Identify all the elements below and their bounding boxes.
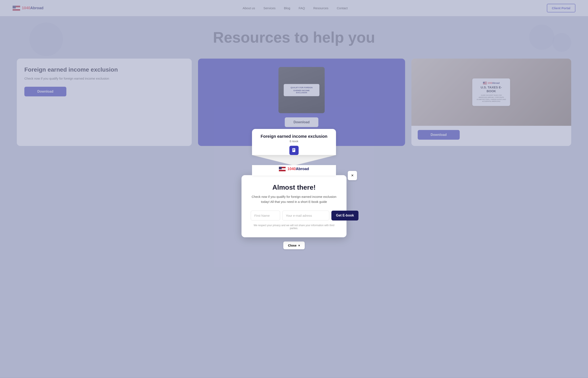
svg-rect-17 [279,170,286,171]
privacy-text: We respect your privacy and we will not … [251,224,337,230]
get-ebook-button[interactable]: Get E-book [331,211,359,220]
svg-marker-12 [252,155,336,165]
modal-form: Get E-book [251,211,337,220]
envelope-title: Foreign earned income exclusion [258,134,330,139]
envelope-logo-text: 1040Abroad [287,167,309,171]
envelope-top-card: Foreign earned income exclusion E-book [252,129,336,155]
modal-bottom-close-button[interactable]: Close × [283,242,305,249]
book-svg-icon [292,148,296,153]
envelope-logo-flag-icon [279,167,286,171]
envelope-flap-svg [252,155,336,165]
modal-subtext: Check now if you qualify for foreign ear… [251,194,337,204]
modal-heading: Almost there! [251,184,337,191]
envelope-modal-wrapper: Foreign earned income exclusion E-book [241,129,347,249]
ebook-book-icon [289,146,299,155]
first-name-input[interactable] [251,211,280,220]
svg-rect-9 [293,149,294,149]
envelope-logo: 1040Abroad [279,167,309,171]
svg-rect-18 [279,167,282,169]
close-x-icon: × [298,243,300,247]
modal-overlay: Foreign earned income exclusion E-book [0,0,588,378]
close-label: Close [288,243,296,247]
ebook-badge: E-book [258,140,330,143]
modal-close-x-button[interactable]: × [348,171,357,180]
svg-rect-11 [293,150,294,150]
envelope-flap [252,155,336,165]
email-input[interactable] [282,211,329,220]
modal-body: × Almost there! Check now if you qualify… [241,175,347,237]
envelope-body: 1040Abroad [252,165,336,176]
svg-rect-10 [293,149,295,150]
